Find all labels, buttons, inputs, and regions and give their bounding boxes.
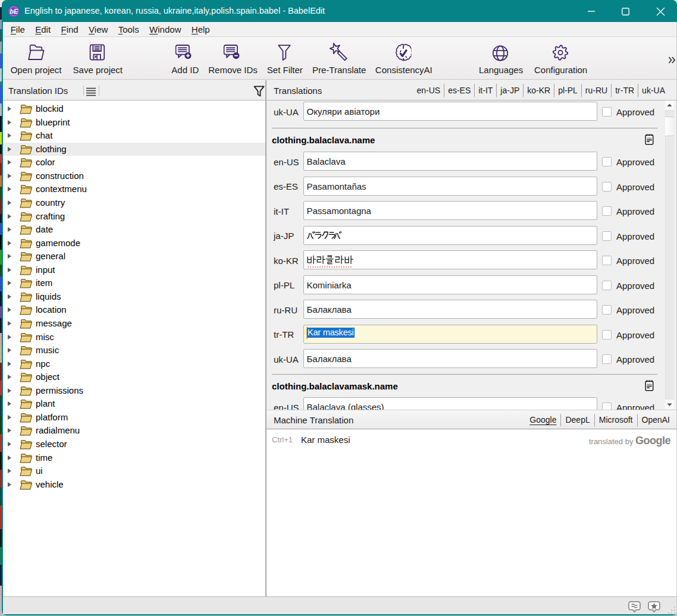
svg-text:bE: bE <box>10 8 18 15</box>
